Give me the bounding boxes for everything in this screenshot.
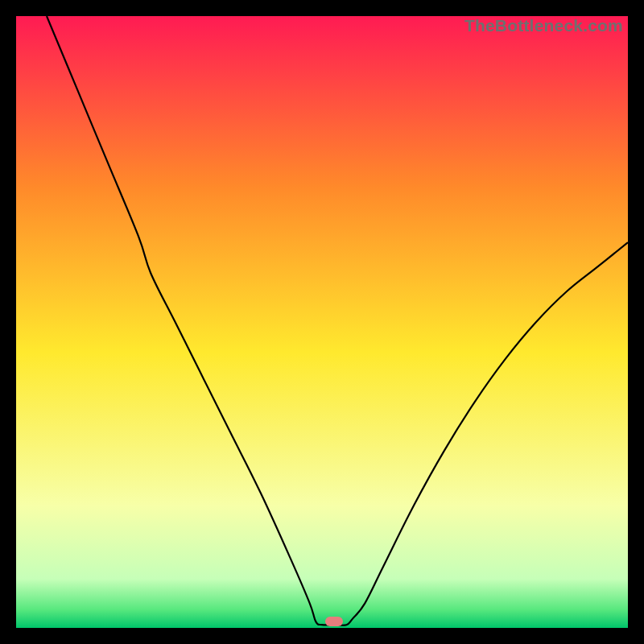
plot-area: TheBottleneck.com — [16, 16, 628, 628]
curve-layer — [16, 16, 628, 628]
bottleneck-curve — [47, 16, 628, 625]
chart-frame: TheBottleneck.com — [0, 0, 644, 644]
optimal-marker — [325, 617, 343, 626]
